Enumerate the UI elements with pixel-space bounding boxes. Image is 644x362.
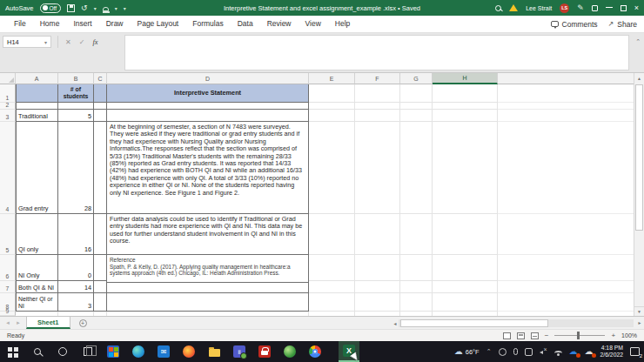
- excel-taskbar-icon[interactable]: X: [339, 341, 359, 362]
- cell-h8[interactable]: [433, 293, 498, 312]
- cell-a8[interactable]: Neither QI or NI: [16, 293, 58, 312]
- cell-a4[interactable]: Grad entry: [16, 122, 58, 214]
- undo-caret-icon[interactable]: ▾: [94, 5, 97, 11]
- column-header-f[interactable]: F: [355, 73, 400, 84]
- ribbon-display-icon[interactable]: [592, 5, 598, 11]
- cell-f2[interactable]: [355, 103, 400, 110]
- search-taskbar-icon[interactable]: [30, 345, 44, 359]
- warning-icon[interactable]: [509, 4, 518, 11]
- tab-data[interactable]: Data: [231, 16, 260, 32]
- cell-b8[interactable]: 3: [58, 293, 94, 312]
- autosave-toggle[interactable]: Off: [40, 3, 62, 13]
- zoom-slider[interactable]: [554, 335, 605, 336]
- cell-e2[interactable]: [309, 103, 355, 110]
- tab-draw[interactable]: Draw: [99, 16, 131, 32]
- tab-review[interactable]: Review: [260, 16, 299, 32]
- cell-d6-reference[interactable]: ReferenceSpath, P. & Kelly, D. (2017). A…: [107, 255, 309, 283]
- cell-f3[interactable]: [355, 110, 400, 122]
- cell-g1[interactable]: [400, 84, 433, 103]
- cell-d4-paragraph1[interactable]: At the beginning of semester, a section …: [107, 122, 309, 214]
- name-box[interactable]: H14▾: [3, 36, 51, 48]
- cell-g2[interactable]: [400, 103, 433, 110]
- cell-a1[interactable]: [16, 84, 58, 103]
- onedrive-icon[interactable]: ☁: [569, 347, 578, 356]
- sheet-nav-right-icon[interactable]: ►: [16, 320, 21, 325]
- cortana-icon[interactable]: [56, 345, 70, 359]
- volume-muted-icon[interactable]: [540, 348, 547, 356]
- cancel-entry-icon[interactable]: ✕: [65, 38, 71, 46]
- horizontal-scrollbar[interactable]: ◄: [392, 318, 634, 328]
- cell-f4[interactable]: [355, 122, 400, 214]
- scroll-down-icon[interactable]: ▼: [634, 306, 644, 316]
- share-button[interactable]: ↗Share: [608, 20, 637, 29]
- start-icon[interactable]: [5, 345, 19, 359]
- cell-a7[interactable]: Both QI & NI: [16, 281, 58, 293]
- comments-button[interactable]: Comments: [551, 20, 598, 29]
- cell-h5[interactable]: [433, 214, 498, 255]
- collapse-formula-bar-icon[interactable]: ⌃: [635, 38, 641, 45]
- undo-icon[interactable]: ↺: [81, 4, 88, 12]
- cell-g5[interactable]: [400, 214, 433, 255]
- column-header-d[interactable]: D: [107, 73, 309, 84]
- cell-g6[interactable]: [400, 255, 433, 281]
- row-header-5[interactable]: 5: [0, 214, 16, 255]
- sheet-nav-left-icon[interactable]: ◄: [5, 320, 10, 325]
- cell-e6[interactable]: [309, 255, 355, 281]
- page-layout-view-icon[interactable]: [517, 332, 525, 339]
- page-break-view-icon[interactable]: [531, 332, 539, 339]
- row-header-7[interactable]: 7: [0, 281, 16, 293]
- cell-a2[interactable]: [16, 103, 58, 110]
- formula-input[interactable]: [124, 35, 629, 70]
- name-box-caret-icon[interactable]: ▾: [44, 39, 47, 45]
- stamp-caret-icon[interactable]: ▾: [115, 5, 117, 11]
- file-explorer-icon[interactable]: [207, 345, 221, 359]
- new-sheet-button[interactable]: +: [79, 319, 87, 327]
- cell-d7[interactable]: [107, 283, 309, 293]
- cell-f8[interactable]: [355, 293, 400, 312]
- cell-b6[interactable]: 0: [58, 255, 94, 281]
- cell-g8[interactable]: [400, 293, 433, 312]
- cell-b4[interactable]: 28: [58, 122, 94, 214]
- cell-e7[interactable]: [309, 281, 355, 293]
- column-header-c[interactable]: C: [94, 73, 107, 84]
- cell-d1-statement-header[interactable]: Interpretive Statement: [107, 84, 309, 103]
- row-header-6[interactable]: 6: [0, 255, 16, 281]
- zoom-in-icon[interactable]: +: [611, 332, 615, 339]
- photos-icon[interactable]: [106, 345, 120, 359]
- cell-c8[interactable]: [94, 293, 107, 312]
- row-header-3[interactable]: 3: [0, 110, 16, 122]
- cell-g4[interactable]: [400, 122, 433, 214]
- pencil-icon[interactable]: ✎: [577, 4, 584, 12]
- cell-a5[interactable]: QI only: [16, 214, 58, 255]
- cell-d3[interactable]: [107, 110, 309, 122]
- green-app-icon[interactable]: [283, 345, 297, 359]
- network-icon[interactable]: [554, 351, 562, 356]
- cell-b3[interactable]: 5: [58, 110, 94, 122]
- cell-c5[interactable]: [94, 214, 107, 255]
- cell-g7[interactable]: [400, 281, 433, 293]
- cell-b1[interactable]: # of students: [58, 84, 94, 103]
- scroll-left-icon[interactable]: ◄: [392, 321, 399, 326]
- horizontal-scrollbar-thumb[interactable]: [400, 319, 548, 327]
- column-header-h-selected[interactable]: H: [433, 73, 498, 84]
- task-view-icon[interactable]: [81, 345, 95, 359]
- row-header-4[interactable]: 4: [0, 122, 16, 214]
- mail-icon[interactable]: ✉: [157, 345, 171, 359]
- teams-icon[interactable]: ii: [232, 345, 246, 359]
- tab-insert[interactable]: Insert: [66, 16, 98, 32]
- insert-function-icon[interactable]: fx: [92, 37, 97, 46]
- microphone-icon[interactable]: [513, 348, 518, 355]
- chrome-icon[interactable]: [308, 345, 322, 359]
- cell-h2[interactable]: [433, 103, 498, 110]
- save-icon[interactable]: [67, 4, 75, 12]
- qat-customize-icon[interactable]: ▾: [124, 5, 126, 11]
- sheet-tab-sheet1[interactable]: Sheet1: [26, 317, 70, 329]
- cell-c3[interactable]: [94, 110, 107, 122]
- cell-h3[interactable]: [433, 110, 498, 122]
- cell-g3[interactable]: [400, 110, 433, 122]
- zoom-level[interactable]: 100%: [621, 332, 637, 339]
- restore-icon[interactable]: [621, 5, 627, 11]
- cell-f6[interactable]: [355, 255, 400, 281]
- scroll-up-icon[interactable]: ▲: [634, 73, 644, 83]
- cell-e5[interactable]: [309, 214, 355, 255]
